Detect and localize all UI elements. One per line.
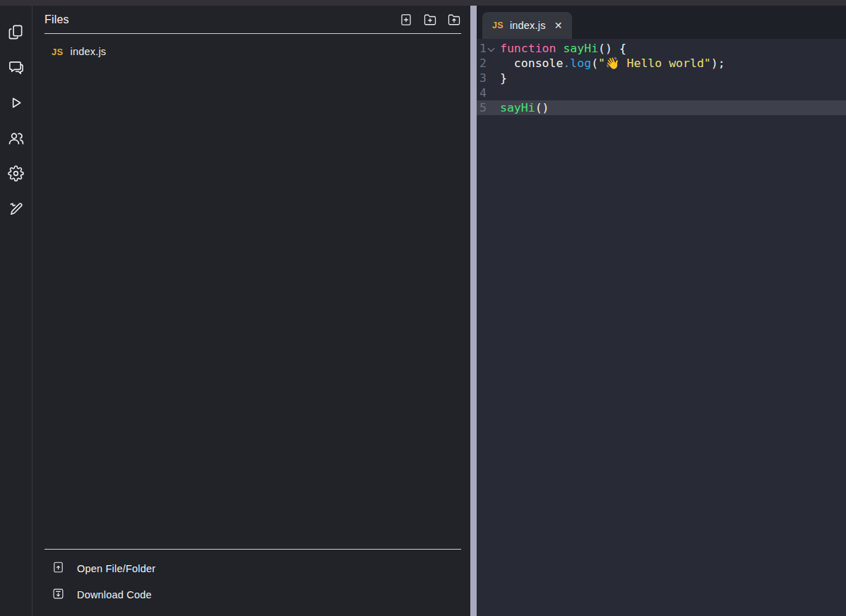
files-panel-header: Files xyxy=(32,6,470,33)
js-file-badge: JS xyxy=(52,47,64,57)
tab-title: index.js xyxy=(510,20,546,31)
file-name: index.js xyxy=(71,46,107,57)
code-line[interactable]: 5sayHi() xyxy=(477,100,846,115)
code-line-text: console.log("👋 Hello world"); xyxy=(500,56,846,71)
upload-folder-icon xyxy=(448,13,460,26)
settings-sidebar-button[interactable] xyxy=(2,157,30,192)
code-line-text: function sayHi() { xyxy=(500,41,846,56)
files-icon xyxy=(8,24,24,42)
draw-sidebar-button[interactable] xyxy=(2,192,30,227)
line-number: 5 xyxy=(479,100,487,115)
line-number: 1 xyxy=(479,41,487,56)
close-tab-icon[interactable]: ✕ xyxy=(554,20,563,30)
code-line[interactable]: 4 xyxy=(477,85,846,100)
upload-folder-button[interactable] xyxy=(448,13,460,26)
panel-resize-handle[interactable] xyxy=(470,6,477,616)
new-file-icon xyxy=(400,13,412,26)
line-number: 4 xyxy=(479,85,487,100)
app-window: Files xyxy=(0,0,846,616)
code-lines: 1function sayHi() {2 console.log("👋 Hell… xyxy=(477,41,846,115)
file-item-indexjs[interactable]: JS index.js xyxy=(32,41,470,62)
code-line[interactable]: 1function sayHi() { xyxy=(477,41,846,56)
open-file-folder-button[interactable]: Open File/Folder xyxy=(44,558,461,579)
download-icon xyxy=(44,588,64,603)
run-play-icon xyxy=(8,95,24,113)
activity-bar xyxy=(0,6,32,616)
settings-gear-icon xyxy=(8,165,24,184)
fold-chevron-icon[interactable] xyxy=(488,45,495,52)
line-number: 2 xyxy=(479,56,487,71)
chat-icon xyxy=(8,59,24,78)
line-number: 3 xyxy=(479,71,487,85)
file-panel-footer: Open File/Folder Download Code xyxy=(44,549,461,616)
draw-pencil-icon xyxy=(8,201,24,219)
file-list: JS index.js xyxy=(32,34,470,549)
code-editor[interactable]: 1function sayHi() {2 console.log("👋 Hell… xyxy=(477,39,846,616)
open-file-icon xyxy=(44,561,64,576)
download-code-label: Download Code xyxy=(77,589,152,600)
files-panel-title: Files xyxy=(44,13,69,26)
new-folder-button[interactable] xyxy=(424,13,436,26)
code-line-text: } xyxy=(500,71,846,85)
code-line-text: sayHi() xyxy=(500,100,846,115)
code-line[interactable]: 2 console.log("👋 Hello world"); xyxy=(477,56,846,71)
files-sidebar-button[interactable] xyxy=(2,16,30,51)
download-code-button[interactable]: Download Code xyxy=(44,584,461,605)
window-top-strip xyxy=(0,0,846,6)
collaborate-sidebar-button[interactable] xyxy=(2,122,30,157)
tab-indexjs[interactable]: JS index.js ✕ xyxy=(482,12,572,39)
editor-pane: JS index.js ✕ 1function sayHi() {2 conso… xyxy=(477,6,846,616)
open-file-folder-label: Open File/Folder xyxy=(77,563,155,574)
new-folder-icon xyxy=(424,13,436,26)
collaborate-users-icon xyxy=(8,130,25,149)
run-sidebar-button[interactable] xyxy=(2,86,30,122)
new-file-button[interactable] xyxy=(400,13,412,26)
code-line[interactable]: 3} xyxy=(477,71,846,85)
editor-tab-bar: JS index.js ✕ xyxy=(477,6,846,39)
file-explorer-panel: Files xyxy=(32,6,470,616)
chat-sidebar-button[interactable] xyxy=(2,51,30,86)
tab-js-badge: JS xyxy=(492,20,504,30)
